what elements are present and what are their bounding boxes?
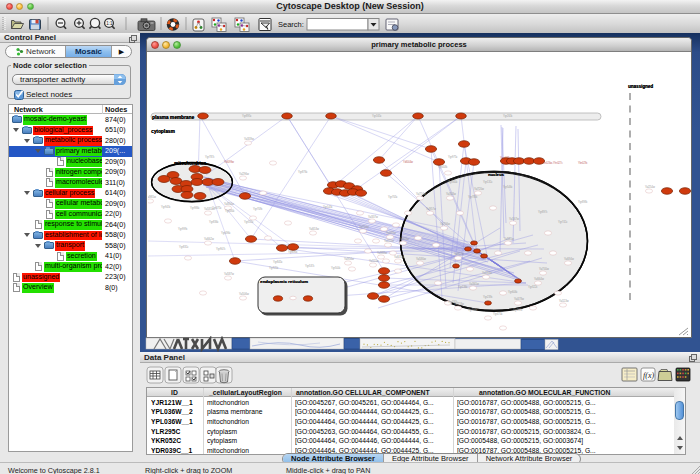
- svg-text:Yal957w: Yal957w: [426, 207, 436, 211]
- svg-text:Ygr474c: Ygr474c: [493, 312, 503, 316]
- svg-text:Ygr496c: Ygr496c: [221, 231, 231, 235]
- svg-text:Ygr606c: Ygr606c: [508, 290, 518, 294]
- svg-text:Ybr029c: Ybr029c: [578, 161, 588, 165]
- svg-text:Yal506w: Yal506w: [239, 292, 249, 296]
- svg-text:Ygr546c: Ygr546c: [503, 185, 513, 189]
- svg-text:Ygr999c: Ygr999c: [468, 308, 478, 312]
- svg-text:Yal635w: Yal635w: [394, 255, 404, 259]
- svg-text:Yal337w: Yal337w: [368, 215, 378, 219]
- svg-text:Yal740w: Yal740w: [539, 267, 549, 271]
- svg-text:endoplasmic reticulum: endoplasmic reticulum: [260, 279, 308, 284]
- svg-text:Yal834w: Yal834w: [224, 202, 234, 206]
- svg-text:mitochondrion: mitochondrion: [174, 161, 206, 166]
- svg-text:Yal754w: Yal754w: [416, 192, 426, 196]
- svg-text:Ygr237c: Ygr237c: [448, 300, 458, 304]
- svg-text:Ygr907c: Ygr907c: [216, 247, 226, 251]
- svg-text:Yal296w: Yal296w: [239, 172, 249, 176]
- svg-text:nucleus: nucleus: [488, 172, 504, 177]
- svg-text:Yal339w: Yal339w: [244, 137, 254, 141]
- svg-text:Yal664w: Yal664w: [534, 277, 544, 281]
- svg-text:Yal720w: Yal720w: [474, 187, 484, 191]
- svg-text:Yal113w: Yal113w: [559, 299, 569, 303]
- svg-text:Ygr897c: Ygr897c: [538, 210, 548, 214]
- svg-text:Yal499w: Yal499w: [386, 231, 396, 235]
- svg-text:Yal580w: Yal580w: [416, 257, 426, 261]
- svg-text:1:1: 1:1: [106, 21, 113, 26]
- svg-text:Yal657w: Yal657w: [454, 252, 464, 256]
- svg-text:f(x): f(x): [643, 371, 654, 380]
- svg-text:Yal585w: Yal585w: [504, 237, 514, 241]
- svg-text:Yal587w: Yal587w: [224, 272, 234, 276]
- svg-text:Yal662w: Yal662w: [204, 237, 214, 241]
- svg-text:Yal478w: Yal478w: [514, 297, 524, 301]
- svg-text:Ydl004w: Ydl004w: [403, 160, 413, 164]
- svg-text:Ygr895c: Ygr895c: [242, 114, 252, 118]
- svg-text:Ygr876c: Ygr876c: [298, 170, 308, 174]
- svg-text:Ygr537c: Ygr537c: [305, 264, 315, 268]
- svg-text:Ygr986c: Ygr986c: [190, 206, 200, 210]
- svg-text:Yal956w: Yal956w: [344, 257, 354, 261]
- svg-text:Ygr741c: Ygr741c: [558, 220, 568, 224]
- svg-text:Ygr239c: Ygr239c: [483, 295, 493, 299]
- svg-text:cytoplasm: cytoplasm: [151, 129, 175, 134]
- svg-text:Yal750w: Yal750w: [359, 225, 369, 229]
- svg-text:Ygr364c: Ygr364c: [448, 180, 458, 184]
- svg-text:unassigned: unassigned: [628, 84, 653, 89]
- svg-text:plasma membrane: plasma membrane: [152, 115, 194, 120]
- svg-text:Ygr709c: Ygr709c: [253, 207, 263, 211]
- svg-text:Ygr555c: Ygr555c: [244, 220, 254, 224]
- svg-text:Yal859w: Yal859w: [399, 237, 409, 241]
- svg-text:Yal653w: Yal653w: [309, 227, 319, 231]
- svg-text:Ygr199c: Ygr199c: [513, 308, 523, 312]
- svg-text:Ygr375c: Ygr375c: [212, 206, 222, 210]
- svg-text:Yal988w: Yal988w: [377, 251, 387, 255]
- svg-text:Ygr322c: Ygr322c: [528, 285, 538, 289]
- svg-text:Ygr504c: Ygr504c: [331, 266, 341, 270]
- svg-text:Ygr165c: Ygr165c: [372, 114, 382, 118]
- svg-text:Ygr705c: Ygr705c: [388, 195, 398, 199]
- svg-text:Ygr143c: Ygr143c: [323, 205, 333, 209]
- svg-text:Ygr975c: Ygr975c: [448, 155, 458, 159]
- svg-text:Yal365w: Yal365w: [469, 282, 479, 286]
- svg-text:Ygr131c: Ygr131c: [483, 180, 493, 184]
- svg-text:Ygr836c: Ygr836c: [209, 220, 219, 224]
- svg-text:Ygr263c: Ygr263c: [503, 114, 513, 118]
- svg-text:Search:: Search:: [278, 20, 304, 29]
- svg-text:Ygr787c: Ygr787c: [205, 155, 215, 159]
- svg-text:Ygr788c: Ygr788c: [468, 195, 478, 199]
- svg-text:Yal694w: Yal694w: [564, 257, 574, 261]
- svg-text:Ygr845c: Ygr845c: [273, 260, 283, 264]
- svg-text:Yal167w: Yal167w: [509, 217, 519, 221]
- svg-text:Yal115w: Yal115w: [369, 259, 379, 263]
- svg-text:Yal255w: Yal255w: [384, 239, 394, 243]
- svg-text:Yal254w: Yal254w: [645, 185, 655, 189]
- svg-text:Ygr584c: Ygr584c: [225, 209, 235, 213]
- svg-text:Ygr943c: Ygr943c: [161, 205, 171, 209]
- svg-text:Yal706w: Yal706w: [440, 222, 450, 226]
- svg-text:Ybl099w: Ybl099w: [224, 160, 234, 164]
- svg-text:Yal981w: Yal981w: [148, 195, 156, 199]
- svg-text:Yal233w: Yal233w: [482, 271, 492, 275]
- svg-text:Yhr026w-Yhr027c: Yhr026w-Yhr027c: [542, 161, 563, 165]
- svg-text:Ygr920c: Ygr920c: [269, 266, 279, 270]
- svg-text:Ygr999c: Ygr999c: [178, 227, 188, 231]
- svg-text:Ygr898c: Ygr898c: [578, 200, 588, 204]
- svg-text:Ygr831c: Ygr831c: [179, 245, 189, 249]
- svg-text:Yal343w: Yal343w: [446, 192, 456, 196]
- svg-text:Ygr136c: Ygr136c: [458, 285, 468, 289]
